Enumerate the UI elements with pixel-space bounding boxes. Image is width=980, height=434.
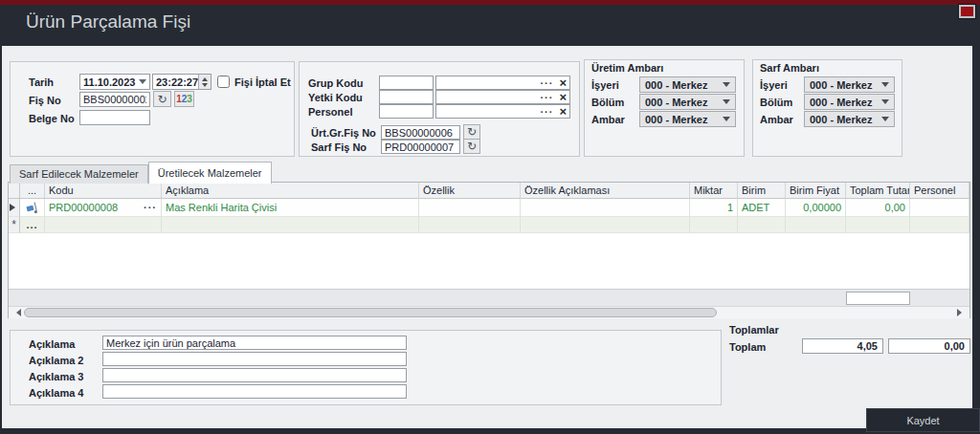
uretim-ambar-select[interactable]: 000 - Merkez	[639, 111, 736, 127]
aciklama2-input[interactable]	[102, 352, 407, 366]
sarf-isyeri-select[interactable]: 000 - Merkez	[804, 76, 895, 93]
grid-header-ozellik[interactable]: Özellik	[419, 183, 521, 199]
toplam-value-2: 0,00	[888, 338, 970, 354]
new-cell-ozellik[interactable]	[419, 217, 521, 233]
yetki-kodu-label: Yetki Kodu	[308, 92, 363, 103]
new-cell-toplam-tutar[interactable]	[846, 217, 910, 233]
scroll-left-icon[interactable]	[12, 309, 21, 316]
yetki-kodu-lookup-field[interactable]: ··· ×	[435, 90, 570, 104]
grid-new-row: * ...	[9, 217, 969, 233]
clear-x-icon[interactable]: ×	[559, 107, 567, 117]
grid-header-birim-fiyat[interactable]: Birim Fiyat	[786, 183, 846, 199]
aciklama4-input[interactable]	[102, 384, 407, 399]
sarf-isyeri-label: İşyeri	[760, 79, 788, 91]
grid-header-ozellik-aciklamasi[interactable]: Özellik Açıklaması	[521, 183, 690, 199]
grup-kodu-label: Grup Kodu	[308, 77, 363, 89]
grid-header-selector	[9, 183, 20, 199]
fisi-iptal-checkbox[interactable]	[217, 76, 230, 88]
yetki-kodu-input[interactable]	[379, 90, 434, 104]
cell-miktar[interactable]: 1	[690, 199, 738, 217]
close-icon[interactable]	[959, 5, 975, 18]
row-icon-cell[interactable]	[20, 199, 45, 217]
cell-ozellik[interactable]	[419, 199, 521, 217]
aciklama-input[interactable]	[102, 336, 407, 350]
new-row-icon-cell[interactable]: ...	[20, 217, 45, 233]
new-cell-aciklama[interactable]	[162, 217, 419, 233]
uretim-ambar-label: Ambar	[591, 114, 625, 125]
fis-no-refresh-button[interactable]: ↻	[153, 91, 171, 107]
current-row-arrow-icon	[10, 204, 19, 211]
lookup-dots-icon[interactable]: ···	[540, 95, 553, 100]
grid-header-kodu[interactable]: Kodu	[45, 183, 162, 199]
fis-no-numbering-button[interactable]: 123	[174, 91, 194, 107]
sarf-ambar-select[interactable]: 000 - Merkez	[804, 111, 895, 127]
refresh-icon: ↻	[157, 93, 167, 106]
tarih-date-combobox[interactable]: 11.10.2023	[79, 74, 150, 90]
chevron-down-icon	[881, 99, 889, 108]
scroll-right-icon[interactable]	[957, 309, 966, 316]
grid-header-aciklama[interactable]: Açıklama	[162, 183, 419, 199]
horizontal-scrollbar[interactable]	[9, 306, 969, 318]
table-row: PRD00000008 ··· Mas Renkli Harita Çivisi…	[9, 199, 969, 217]
chevron-down-icon	[881, 82, 889, 91]
fisi-iptal-label: Fişi İptal Et	[234, 76, 291, 88]
urt-gr-fis-refresh-button[interactable]: ↻	[463, 124, 480, 140]
spinner-up-down-icon[interactable]	[198, 75, 211, 89]
product-icon	[26, 201, 39, 214]
tarih-label: Tarih	[29, 76, 54, 88]
personel-input[interactable]	[379, 104, 434, 119]
scrollbar-thumb[interactable]	[24, 308, 717, 317]
uretim-bolum-select[interactable]: 000 - Merkez	[639, 94, 736, 110]
sarf-fis-refresh-button[interactable]: ↻	[463, 139, 480, 154]
lookup-dots-icon[interactable]: ···	[540, 80, 553, 86]
urt-gr-fis-no-input[interactable]	[381, 125, 460, 140]
save-button[interactable]: Kaydet	[866, 408, 980, 432]
grid-header-dots: ...	[20, 183, 45, 199]
lookup-dots-icon[interactable]: ···	[144, 205, 157, 210]
lookup-dots-icon[interactable]: ···	[540, 109, 553, 115]
tab-uretilecek-malzemeler[interactable]: Üretilecek Malzemeler	[148, 162, 272, 184]
cell-aciklama[interactable]: Mas Renkli Harita Çivisi	[162, 199, 419, 217]
grid-header-toplam-tutar[interactable]: Toplam Tutar	[846, 183, 910, 199]
uretim-isyeri-select[interactable]: 000 - Merkez	[639, 76, 736, 93]
grup-kodu-lookup-field[interactable]: ··· ×	[435, 76, 570, 90]
sarf-fis-no-input[interactable]	[381, 140, 460, 154]
new-cell-personel[interactable]	[910, 217, 969, 233]
new-cell-birim-fiyat[interactable]	[786, 217, 846, 233]
cell-kodu[interactable]: PRD00000008 ···	[45, 199, 162, 217]
fis-no-label: Fiş No	[29, 95, 61, 106]
grid-header-miktar[interactable]: Miktar	[690, 183, 738, 199]
cell-toplam-tutar[interactable]: 0,00	[846, 199, 910, 217]
uretim-bolum-value: 000 - Merkez	[645, 97, 707, 108]
sarf-ambar-label: Ambar	[760, 114, 793, 125]
sarf-ambar-value: 000 - Merkez	[810, 114, 872, 125]
new-cell-ozellik-aciklamasi[interactable]	[521, 217, 690, 233]
sarf-bolum-select[interactable]: 000 - Merkez	[804, 94, 895, 110]
grup-kodu-input[interactable]	[379, 76, 434, 90]
chevron-down-icon	[881, 117, 889, 125]
aciklama3-label: Açıklama 3	[29, 371, 83, 382]
clear-x-icon[interactable]: ×	[559, 93, 567, 102]
new-cell-miktar[interactable]	[690, 217, 738, 233]
cell-birim[interactable]: ADET	[738, 199, 786, 217]
cell-ozellik-aciklamasi[interactable]	[521, 199, 690, 217]
row-selector-cell[interactable]	[9, 199, 20, 217]
new-row-selector-cell[interactable]: *	[9, 217, 20, 233]
aciklama3-input[interactable]	[102, 368, 407, 382]
tarih-time-spinner[interactable]: 23:22:27	[152, 74, 212, 90]
new-cell-birim[interactable]	[738, 217, 786, 233]
chevron-down-icon	[723, 82, 730, 91]
grid-header-birim[interactable]: Birim	[738, 183, 786, 199]
new-cell-kodu[interactable]	[45, 217, 162, 233]
belge-no-input[interactable]	[79, 110, 150, 125]
tab-sarf-edilecek-malzemeler[interactable]: Sarf Edilecek Malzemeler	[10, 164, 148, 184]
grid-header-personel[interactable]: Personel	[910, 183, 969, 199]
cell-birim-fiyat[interactable]: 0,00000	[786, 199, 846, 217]
clear-x-icon[interactable]: ×	[559, 78, 567, 88]
cell-personel[interactable]	[910, 199, 969, 217]
fis-no-input[interactable]	[79, 92, 150, 107]
personel-label: Personel	[308, 106, 352, 118]
sarf-isyeri-value: 000 - Merkez	[810, 79, 872, 91]
sarf-bolum-value: 000 - Merkez	[810, 97, 872, 108]
personel-lookup-field[interactable]: ··· ×	[435, 104, 570, 119]
